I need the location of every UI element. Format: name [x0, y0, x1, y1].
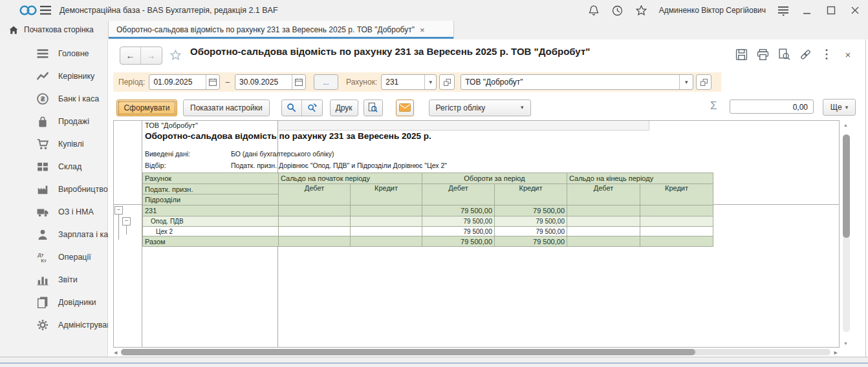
sidebar-item-kupivli[interactable]: Купівлі — [0, 132, 107, 155]
tab-close-icon[interactable]: × — [420, 26, 425, 34]
table-row-department[interactable]: Цех 2 79 500,00 79 500,00 — [143, 227, 713, 236]
more-actions-dots-icon[interactable] — [820, 48, 833, 61]
form-actions: × — [735, 48, 854, 61]
scroll-up-icon[interactable]: ▲ — [843, 123, 848, 127]
period-variants-button[interactable]: ... — [314, 74, 338, 90]
report-heading: Оборотно-сальдова відомість по рахунку 2… — [145, 131, 431, 141]
account-label: Рахунок: — [346, 78, 377, 87]
home-icon — [9, 26, 18, 34]
account-combo[interactable]: 231 ▾ — [381, 74, 437, 90]
print-icon[interactable] — [756, 48, 769, 61]
window-close-button[interactable] — [849, 4, 862, 17]
organization-combo[interactable]: ТОВ "Добробут" ▾ — [461, 74, 693, 90]
app-title: Демонстраційна база - BAS Бухгалтерія, р… — [60, 0, 278, 21]
service-menu-icon[interactable] — [777, 4, 790, 17]
selection-value: Податк. призн. Дорівнює "Опод. ПДВ" и Пі… — [231, 162, 447, 169]
search-button-group — [281, 100, 323, 116]
collapse-group-icon[interactable]: − — [122, 217, 131, 225]
vertical-scrollbar[interactable]: ▲ ▼ — [841, 120, 852, 347]
current-user[interactable]: Админенко Віктор Сергійович — [659, 6, 766, 15]
maximize-button[interactable] — [825, 4, 838, 17]
shown-data-label: Виведені дані: — [145, 150, 190, 158]
sidebar-item-bank-kasa[interactable]: ₴ Банк і каса — [0, 87, 107, 110]
organization-open-button[interactable] — [696, 74, 711, 90]
search-icon[interactable] — [282, 100, 302, 116]
autosum-field[interactable]: 0,00 — [730, 100, 814, 114]
account-dropdown-icon[interactable]: ▾ — [424, 75, 436, 89]
send-mail-button[interactable] — [396, 100, 414, 116]
header-debit: Дебет — [422, 184, 495, 205]
sidebar-item-oz-nma[interactable]: ОЗ і НМА — [0, 200, 107, 223]
sidebar-item-holovne[interactable]: Головне — [0, 42, 107, 65]
more-caret-icon: ▾ — [845, 105, 849, 110]
forward-button[interactable]: → — [141, 47, 161, 64]
search-next-icon[interactable] — [301, 100, 322, 116]
save-icon[interactable] — [735, 48, 748, 61]
scroll-right-icon[interactable]: ▶ — [834, 350, 838, 355]
page-title: Оборотно-сальдова відомість по рахунку 2… — [190, 46, 590, 57]
organization-dropdown-icon[interactable]: ▾ — [679, 75, 693, 89]
form-close-icon[interactable]: × — [841, 48, 854, 61]
sidebar-item-dovidnyky[interactable]: Довідники — [0, 291, 107, 313]
autosum-sigma[interactable]: Σ — [710, 100, 717, 112]
report-organization: ТОВ "Добробут" — [145, 121, 198, 129]
register-dropdown-button[interactable]: Регістр обліку ▾ — [429, 100, 531, 116]
sidebar-item-kerivnyku[interactable]: Керівнику — [0, 65, 107, 87]
shown-data-value: БО (дані бухгалтерського обліку) — [231, 150, 334, 158]
preview-button[interactable] — [363, 100, 383, 116]
window-right-edge — [865, 39, 866, 357]
get-link-icon[interactable] — [799, 48, 812, 61]
sidebar-item-administruvannia[interactable]: Адміністрування — [0, 313, 107, 336]
period-dash: – — [225, 78, 230, 87]
header-credit: Кредит — [640, 184, 713, 205]
tab-home-page[interactable]: Початкова сторінка — [0, 21, 109, 39]
sidebar-item-prodazhi[interactable]: Продажі — [0, 110, 107, 132]
more-button[interactable]: Ще ▾ — [823, 99, 856, 116]
header-departments: Підрозділи — [143, 194, 279, 205]
table-row-total[interactable]: Разом 79 500,00 79 500,00 — [143, 236, 713, 247]
vertical-scroll-thumb[interactable] — [843, 134, 850, 238]
titlebar-actions: Админенко Віктор Сергійович — [587, 0, 862, 21]
favorites-star-icon[interactable] — [635, 4, 648, 17]
report-spreadsheet: ТОВ "Добробут" Оборотно-сальдова відоміс… — [113, 120, 840, 348]
debit-credit-icon: ДтКт — [37, 251, 49, 263]
main-menu-icon[interactable] — [40, 6, 51, 15]
sidebar-item-operatsii[interactable]: ДтКт Операції — [0, 246, 107, 268]
table-header-row-2: Податк. призн. Дебет Кредит Дебет Кредит… — [143, 184, 713, 194]
svg-text:₴: ₴ — [41, 95, 45, 102]
bar-chart-icon — [37, 274, 49, 286]
header-tax-purpose: Податк. призн. — [143, 184, 279, 194]
horizontal-scrollbar[interactable]: ◀ ▶ — [113, 348, 838, 357]
minimize-button[interactable] — [801, 4, 814, 17]
notifications-bell-icon[interactable] — [587, 4, 600, 17]
scroll-left-icon[interactable]: ◀ — [114, 350, 117, 355]
history-icon[interactable] — [611, 4, 624, 17]
tab-bar: Початкова сторінка Оборотно-сальдова від… — [0, 21, 868, 40]
sidebar-item-zvity[interactable]: Звіти — [0, 268, 107, 291]
generate-button[interactable]: Сформувати — [116, 100, 177, 116]
warehouse-grid-icon — [37, 161, 49, 173]
horizontal-scroll-thumb[interactable] — [121, 349, 695, 355]
shopping-bag-icon — [37, 116, 49, 127]
back-button[interactable]: ← — [120, 47, 141, 64]
table-row-account[interactable]: 231 79 500,00 79 500,00 — [143, 205, 713, 216]
print-preview-icon[interactable] — [777, 48, 790, 61]
collapse-group-icon[interactable]: − — [114, 206, 123, 215]
account-open-button[interactable] — [439, 74, 455, 90]
tab-report[interactable]: Оборотно-сальдова відомість по рахунку 2… — [109, 21, 454, 39]
table-row-tax-purpose[interactable]: Опод. ПДВ 79 500,00 79 500,00 — [143, 216, 713, 227]
trend-icon — [37, 70, 49, 82]
date-from-field[interactable]: 01.09.2025 — [149, 74, 220, 90]
sidebar-item-sklad[interactable]: Склад — [0, 155, 107, 178]
add-favorite-star-icon[interactable] — [169, 49, 182, 61]
scroll-down-icon[interactable]: ▼ — [843, 341, 848, 346]
header-credit: Кредит — [495, 184, 567, 205]
calendar-icon[interactable] — [292, 75, 305, 89]
sidebar-item-zarplata-kadry[interactable]: Зарплата і кадри — [0, 223, 107, 246]
hryvnia-coin-icon: ₴ — [37, 93, 49, 105]
show-settings-button[interactable]: Показати настройки — [183, 100, 270, 116]
print-button[interactable]: Друк — [330, 100, 358, 116]
calendar-icon[interactable] — [206, 75, 219, 89]
date-to-field[interactable]: 30.09.2025 — [235, 74, 306, 90]
sidebar-item-vyrobnytstvo[interactable]: Виробництво — [0, 178, 107, 200]
